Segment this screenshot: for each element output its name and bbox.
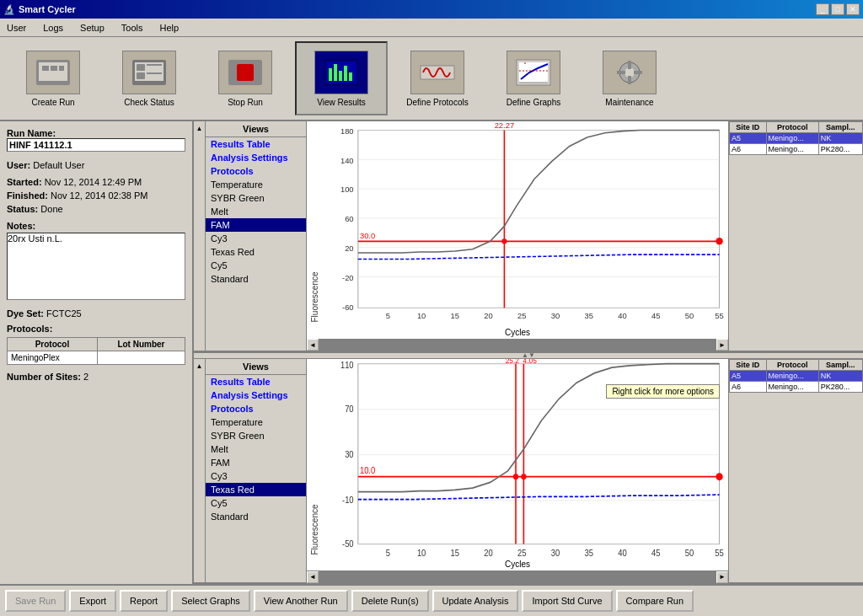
svg-point-94 [513,474,518,479]
svg-text:45: 45 [651,548,661,557]
svg-rect-30 [628,61,631,69]
define-protocols-label: Define Protocols [406,98,468,107]
svg-rect-9 [137,72,145,79]
svg-text:15: 15 [451,311,459,320]
scroll-track-2[interactable] [319,571,716,583]
sample-a6-2: PK280... [818,381,862,392]
check-status-button[interactable]: Check Status [103,41,196,115]
define-graphs-label: Define Graphs [507,98,560,107]
menu-user[interactable]: User [3,21,29,35]
x-axis-label-1: Cycles [307,326,728,339]
notes-textarea[interactable]: 20rx Usti n.L. [7,233,185,300]
sybr-green-item-2[interactable]: SYBR Green [206,429,306,442]
scroll-track-1[interactable] [319,339,716,351]
scroll-right-2[interactable]: ► [716,571,728,583]
texas-red-item-1[interactable]: Texas Red [206,245,306,259]
temperature-item-1[interactable]: Temperature [206,178,306,191]
svg-rect-32 [358,131,720,308]
create-run-button[interactable]: Create Run [7,41,99,115]
scrollbar-2[interactable]: ◄ ► [307,570,728,582]
save-run-button[interactable]: Save Run [5,590,66,612]
maximize-button[interactable]: □ [831,3,844,15]
fam-item-1[interactable]: FAM [206,218,306,232]
site-id-a6-2: A6 [730,381,767,392]
panel-arrow-2[interactable]: ▲ [194,359,206,583]
site-row-a5-1[interactable]: A5 Meningo... NK [730,133,863,144]
cy5-item-2[interactable]: Cy5 [206,496,306,510]
cy5-item-1[interactable]: Cy5 [206,259,306,272]
svg-text:70: 70 [345,404,354,413]
svg-text:35: 35 [585,311,593,320]
svg-rect-29 [634,71,642,74]
import-std-curve-button[interactable]: Import Std Curve [522,590,612,612]
standard-item-2[interactable]: Standard [206,510,306,523]
check-status-icon [122,51,176,94]
scroll-left-1[interactable]: ◄ [307,339,319,351]
menu-tools[interactable]: Tools [118,21,147,35]
svg-rect-3 [51,66,57,71]
num-sites-value: 2 [83,372,88,382]
create-run-icon [26,51,80,94]
svg-text:50: 50 [685,311,694,320]
run-name-label: Run Name: [7,128,56,138]
tooltip-text: Right click for more options [612,387,714,396]
site-row-a6-1[interactable]: A6 Meningo... PK280... [730,144,863,155]
standard-item-1[interactable]: Standard [206,272,306,286]
panel-arrow-1[interactable]: ▲ [194,121,206,351]
fam-item-2[interactable]: FAM [206,456,306,469]
menu-help[interactable]: Help [157,21,183,35]
maintenance-button[interactable]: Maintenance [583,41,676,115]
app-title: Smart Cycler [19,4,76,14]
splitter[interactable]: ▲▼ [194,352,863,359]
scrollbar-1[interactable]: ◄ ► [307,339,728,351]
analysis-settings-item-2[interactable]: Analysis Settings [206,388,306,402]
sybr-green-item-1[interactable]: SYBR Green [206,191,306,205]
create-run-label: Create Run [31,98,74,107]
svg-text:180: 180 [340,126,354,136]
protocol-a6-2: Meningo... [766,381,818,392]
protocol-a6-1: Meningo... [766,144,818,155]
svg-rect-12 [237,64,254,81]
temperature-item-2[interactable]: Temperature [206,415,306,429]
melt-item-2[interactable]: Melt [206,442,306,456]
cy3-item-2[interactable]: Cy3 [206,469,306,483]
minimize-button[interactable]: _ [816,3,829,15]
update-analysis-button[interactable]: Update Analysis [432,590,519,612]
site-row-a5-2[interactable]: A5 Meningo... NK [730,370,863,381]
svg-point-92 [716,473,722,480]
select-graphs-button[interactable]: Select Graphs [171,590,250,612]
run-name-input[interactable] [7,138,185,152]
report-button[interactable]: Report [120,590,168,612]
view-another-run-button[interactable]: View Another Run [254,590,348,612]
define-graphs-button[interactable]: Define Graphs [487,41,580,115]
svg-rect-1 [39,62,67,81]
svg-rect-18 [344,66,347,81]
results-table-item-1[interactable]: Results Table [206,137,306,151]
menu-setup[interactable]: Setup [77,21,108,35]
svg-rect-31 [628,76,631,84]
melt-item-1[interactable]: Melt [206,205,306,218]
results-table-item-2[interactable]: Results Table [206,375,306,388]
maintenance-label: Maintenance [605,98,653,107]
scroll-left-2[interactable]: ◄ [307,571,319,583]
table-row: MeningoPlex [8,351,185,365]
svg-text:25: 25 [517,548,527,557]
close-button[interactable]: ✕ [846,3,860,15]
delete-runs-button[interactable]: Delete Run(s) [351,590,429,612]
stop-run-button[interactable]: Stop Run [199,41,292,115]
svg-text:22.27: 22.27 [495,121,515,130]
define-protocols-button[interactable]: Define Protocols [391,41,484,115]
protocols-item-1[interactable]: Protocols [206,164,306,178]
svg-text:45: 45 [651,311,660,320]
cy3-item-1[interactable]: Cy3 [206,232,306,245]
export-button[interactable]: Export [69,590,116,612]
view-results-button[interactable]: View Results [295,41,388,115]
texas-red-item-2[interactable]: Texas Red [206,483,306,496]
scroll-right-1[interactable]: ► [716,339,728,351]
compare-run-button[interactable]: Compare Run [616,590,694,612]
site-row-a6-2[interactable]: A6 Meningo... PK280... [730,381,863,392]
menu-logs[interactable]: Logs [40,21,67,35]
analysis-settings-item-1[interactable]: Analysis Settings [206,151,306,164]
svg-text:55: 55 [715,311,723,320]
protocols-item-2[interactable]: Protocols [206,402,306,415]
